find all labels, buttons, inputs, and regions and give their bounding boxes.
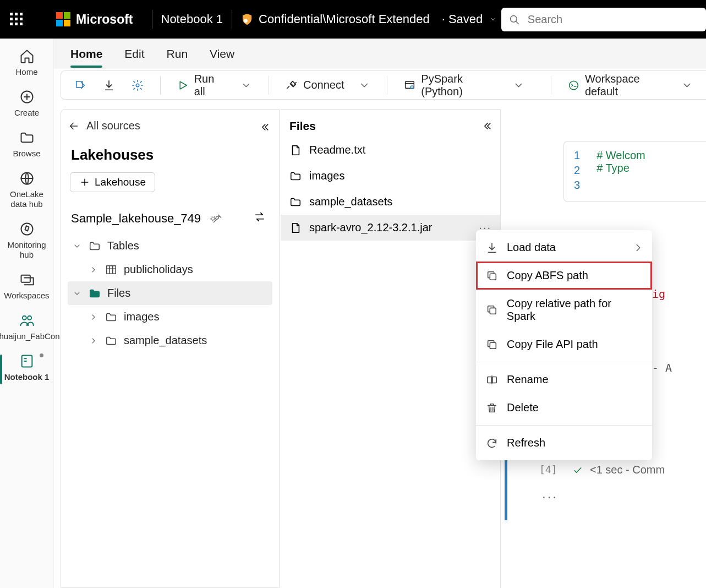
confidentiality-label[interactable]: Confidential\Microsoft Extended [259, 12, 430, 26]
notebook-name[interactable]: Notebook 1 [161, 12, 223, 26]
menu-copy-fileapi[interactable]: Copy File API path [476, 330, 652, 358]
lakehouse-name[interactable]: Sample_lakehouse_749 [71, 211, 269, 226]
divider [152, 10, 152, 29]
separator [551, 76, 551, 95]
svg-rect-10 [406, 81, 414, 88]
menu-load-data[interactable]: Load data [476, 233, 652, 262]
cell-more-icon[interactable]: ··· [542, 489, 558, 504]
plus-icon [79, 177, 90, 188]
copy-icon [486, 304, 498, 316]
collapse-panel-icon[interactable] [481, 121, 492, 134]
menu-rename[interactable]: Rename [476, 366, 652, 394]
menu-refresh[interactable]: Refresh [476, 429, 652, 457]
language-button[interactable]: PySpark (Python) [401, 70, 528, 100]
people-icon [19, 313, 35, 328]
rail-browse[interactable]: Browse [0, 126, 53, 166]
tree-images[interactable]: images [68, 305, 272, 329]
run-all-button[interactable]: Run all [174, 70, 255, 100]
lakehouses-heading: Lakehouses [71, 146, 269, 164]
folder-icon [289, 170, 302, 182]
workspaces-icon [19, 272, 35, 287]
search-box[interactable] [501, 8, 706, 31]
connect-button[interactable]: Connect [282, 77, 374, 94]
swap-icon[interactable] [254, 211, 266, 226]
chevron-down-icon [489, 15, 497, 23]
notebook-icon [19, 353, 35, 369]
rail-create[interactable]: Create [0, 85, 53, 126]
file-item-sample-datasets[interactable]: sample_datasets [281, 189, 500, 215]
arrow-left-icon [68, 120, 80, 132]
file-icon [289, 222, 302, 234]
svg-rect-13 [107, 265, 116, 274]
brand-label: Microsoft [76, 12, 133, 27]
edit-draft-button[interactable] [71, 77, 90, 94]
shield-icon [241, 13, 253, 25]
rail-monitoring[interactable]: Monitoring hub [0, 217, 53, 268]
add-lakehouse-button[interactable]: Lakehouse [70, 172, 155, 192]
play-icon [177, 79, 189, 91]
check-icon [572, 465, 583, 476]
onelake-icon [19, 171, 35, 186]
left-rail: Home Create Browse OneLake data hub Moni… [0, 39, 54, 588]
menu-copy-abfs[interactable]: Copy ABFS path [476, 262, 652, 290]
tree-files[interactable]: Files [68, 281, 272, 305]
download-button[interactable] [100, 77, 118, 94]
environment-button[interactable]: Workspace default [565, 70, 696, 100]
chevron-down-icon [681, 79, 693, 91]
save-status[interactable]: · Saved [442, 12, 497, 26]
app-launcher-icon[interactable] [10, 13, 23, 26]
chevron-down-icon [240, 79, 252, 91]
menu-delete[interactable]: Delete [476, 394, 652, 422]
tab-run[interactable]: Run [167, 40, 188, 68]
chevron-down-icon [513, 79, 524, 91]
folder-fill-icon [89, 287, 101, 300]
table-icon [105, 264, 117, 276]
unsaved-dot-icon [40, 353, 43, 357]
tab-edit[interactable]: Edit [124, 40, 144, 68]
tab-home[interactable]: Home [70, 40, 102, 68]
lakehouse-tree: Tables publicholidays Files images sampl… [68, 234, 272, 352]
search-input[interactable] [528, 13, 698, 26]
ribbon-tabs: Home Edit Run View [54, 39, 706, 69]
copy-icon [486, 270, 498, 282]
chevron-down-icon [358, 79, 370, 91]
rail-home[interactable]: Home [0, 44, 53, 85]
context-menu: Load data Copy ABFS path Copy relative p… [476, 230, 652, 460]
svg-rect-17 [488, 377, 491, 383]
top-bar: Microsoft Notebook 1 Confidential\Micros… [0, 0, 706, 39]
rail-workspaces[interactable]: Workspaces [0, 268, 53, 308]
file-item-spark-avro[interactable]: spark-avro_2.12-3.2.1.jar ··· [281, 215, 500, 241]
rail-workspace-user[interactable]: Shuaijun_FabCon [0, 308, 53, 349]
rail-onelake[interactable]: OneLake data hub [0, 166, 53, 217]
copy-icon [486, 339, 498, 351]
chevron-right-icon [89, 313, 98, 322]
svg-rect-15 [490, 308, 496, 314]
rename-icon [486, 374, 498, 386]
file-icon [289, 144, 302, 156]
tab-view[interactable]: View [210, 40, 234, 68]
folder-icon [289, 196, 302, 208]
all-sources-link[interactable]: All sources [68, 119, 272, 132]
settings-button[interactable] [128, 77, 147, 94]
menu-copy-relative[interactable]: Copy relative path for Spark [476, 290, 652, 330]
tree-publicholidays[interactable]: publicholidays [68, 258, 272, 281]
tree-sample-datasets[interactable]: sample_datasets [68, 329, 272, 352]
collapse-panel-icon[interactable] [259, 122, 270, 135]
svg-point-7 [28, 316, 31, 320]
code-fragment: - A [652, 361, 672, 374]
browser-gear-icon [404, 79, 415, 91]
file-item-images[interactable]: images [281, 163, 500, 189]
saved-text: · Saved [442, 12, 483, 26]
svg-point-6 [22, 316, 26, 320]
cell-execution-count: [4] [539, 464, 557, 475]
home-icon [19, 48, 35, 64]
tree-tables[interactable]: Tables [68, 234, 272, 258]
rail-notebook[interactable]: Notebook 1 [0, 349, 53, 390]
file-item-readme[interactable]: Readme.txt [281, 137, 500, 163]
svg-point-0 [244, 19, 248, 23]
pin-icon[interactable] [212, 213, 223, 224]
line-gutter: 1 2 3 [574, 149, 580, 194]
folder-icon [105, 311, 117, 323]
code-cell[interactable]: 1 2 3 # Welcom # Type [563, 141, 706, 202]
code-text: # Welcom # Type [596, 149, 645, 194]
